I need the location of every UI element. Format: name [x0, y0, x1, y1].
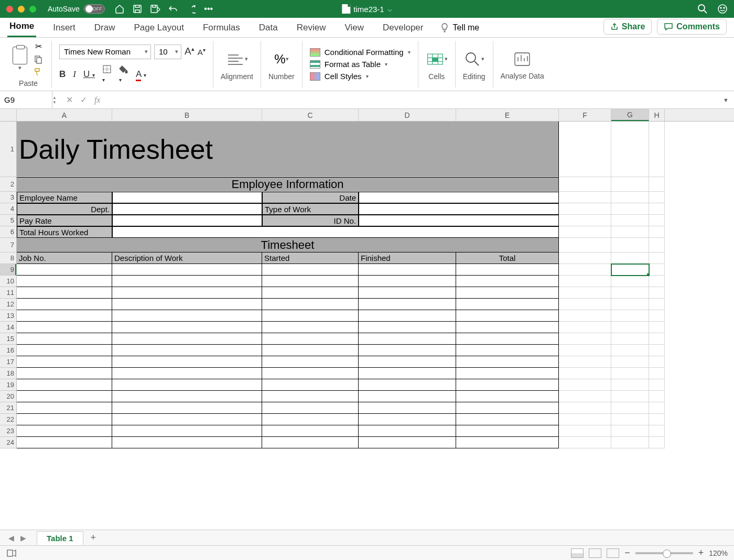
- cell[interactable]: [559, 287, 611, 299]
- cell[interactable]: [17, 322, 112, 333]
- cell[interactable]: [559, 238, 611, 252]
- cell[interactable]: [17, 379, 112, 391]
- cell[interactable]: Employee Name: [17, 192, 112, 203]
- document-title[interactable]: time23-1 ⌵: [342, 4, 392, 14]
- cell[interactable]: [262, 414, 359, 425]
- cell[interactable]: [112, 379, 262, 391]
- cell[interactable]: [262, 276, 359, 287]
- cell[interactable]: [359, 310, 456, 322]
- cell[interactable]: [559, 322, 611, 333]
- column-header-C[interactable]: C: [262, 109, 359, 121]
- decrease-font-icon[interactable]: A▾: [198, 47, 206, 57]
- cell[interactable]: [649, 203, 665, 215]
- row-header-2[interactable]: 2: [0, 177, 16, 192]
- cell[interactable]: [456, 414, 559, 425]
- alignment-button[interactable]: ▾: [226, 48, 248, 70]
- account-icon[interactable]: [717, 4, 728, 14]
- cell[interactable]: [262, 299, 359, 310]
- cell[interactable]: [456, 425, 559, 437]
- sheet-tab[interactable]: Table 1: [37, 531, 83, 545]
- cell[interactable]: [17, 414, 112, 425]
- cell[interactable]: [649, 402, 665, 414]
- cell[interactable]: [611, 276, 649, 287]
- row-header-1[interactable]: 1: [0, 122, 16, 177]
- tab-home[interactable]: Home: [7, 21, 36, 37]
- cell[interactable]: [559, 310, 611, 322]
- cell[interactable]: [112, 226, 559, 238]
- minimize-window-button[interactable]: [18, 6, 25, 13]
- row-header-8[interactable]: 8: [0, 252, 16, 264]
- tab-developer[interactable]: Developer: [381, 23, 426, 37]
- close-window-button[interactable]: [6, 6, 13, 13]
- cell[interactable]: [559, 276, 611, 287]
- cell[interactable]: [359, 368, 456, 379]
- cell[interactable]: [262, 391, 359, 402]
- select-all-corner[interactable]: [0, 109, 17, 121]
- cell[interactable]: Job No.: [17, 252, 112, 264]
- tab-page-layout[interactable]: Page Layout: [132, 23, 186, 37]
- fx-icon[interactable]: fx: [94, 95, 101, 105]
- cell[interactable]: [611, 437, 649, 448]
- row-header-17[interactable]: 17: [0, 356, 16, 368]
- cell[interactable]: [611, 391, 649, 402]
- analyse-data-button[interactable]: [511, 48, 533, 70]
- column-header-D[interactable]: D: [359, 109, 456, 121]
- cell[interactable]: [649, 345, 665, 356]
- cell[interactable]: [649, 177, 665, 192]
- underline-button[interactable]: U ▾: [83, 69, 95, 80]
- cell[interactable]: [649, 368, 665, 379]
- cell[interactable]: [17, 299, 112, 310]
- cell[interactable]: [17, 345, 112, 356]
- cell[interactable]: [17, 402, 112, 414]
- column-header-A[interactable]: A: [17, 109, 112, 121]
- zoom-level[interactable]: 120%: [709, 549, 728, 557]
- cell[interactable]: [559, 402, 611, 414]
- macro-record-icon[interactable]: [6, 549, 17, 557]
- conditional-formatting-button[interactable]: Conditional Formatting ▾: [310, 48, 411, 57]
- fill-color-button[interactable]: ▾: [119, 64, 128, 84]
- cell[interactable]: [112, 402, 262, 414]
- cell[interactable]: [456, 379, 559, 391]
- search-icon[interactable]: [697, 4, 708, 14]
- format-painter-icon[interactable]: [33, 67, 44, 77]
- cell[interactable]: [456, 437, 559, 448]
- cell[interactable]: Started: [262, 252, 359, 264]
- row-header-14[interactable]: 14: [0, 322, 16, 333]
- cell[interactable]: [456, 368, 559, 379]
- cell[interactable]: [112, 391, 262, 402]
- cell[interactable]: [359, 425, 456, 437]
- cell[interactable]: [559, 177, 611, 192]
- zoom-slider[interactable]: [635, 552, 693, 554]
- cell[interactable]: [359, 215, 559, 226]
- row-header-19[interactable]: 19: [0, 379, 16, 391]
- cell[interactable]: [611, 192, 649, 203]
- cell[interactable]: [649, 192, 665, 203]
- row-header-5[interactable]: 5: [0, 215, 16, 226]
- cell[interactable]: [262, 379, 359, 391]
- cell[interactable]: [262, 368, 359, 379]
- row-header-7[interactable]: 7: [0, 238, 16, 252]
- next-sheet-icon[interactable]: ▶: [17, 534, 29, 542]
- cell[interactable]: [649, 333, 665, 345]
- home-icon[interactable]: [114, 4, 125, 14]
- cell[interactable]: [611, 287, 649, 299]
- page-layout-view-icon[interactable]: [589, 548, 601, 558]
- cell[interactable]: [359, 276, 456, 287]
- cell[interactable]: [649, 264, 665, 276]
- active-cell[interactable]: [611, 264, 649, 276]
- column-header-H[interactable]: H: [649, 109, 665, 121]
- cell[interactable]: [262, 425, 359, 437]
- cell[interactable]: [649, 379, 665, 391]
- cell[interactable]: [112, 437, 262, 448]
- name-box[interactable]: G9: [0, 91, 52, 108]
- cell[interactable]: [262, 287, 359, 299]
- cell[interactable]: [262, 264, 359, 276]
- cell[interactable]: [359, 203, 559, 215]
- cell[interactable]: [456, 356, 559, 368]
- row-header-13[interactable]: 13: [0, 310, 16, 322]
- cell[interactable]: [649, 322, 665, 333]
- more-icon[interactable]: •••: [203, 4, 214, 14]
- cell[interactable]: [359, 264, 456, 276]
- cell[interactable]: [359, 345, 456, 356]
- undo-icon[interactable]: [168, 4, 178, 14]
